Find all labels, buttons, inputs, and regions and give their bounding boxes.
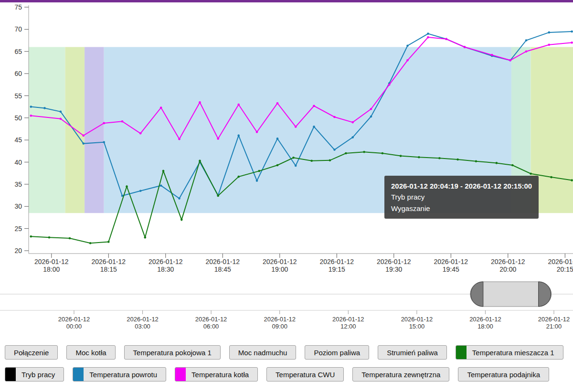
chart-tooltip: 2026-01-12 20:04:19 - 2026-01-12 20:15:0… — [384, 176, 539, 219]
legend-button-tryb-pracy[interactable]: Tryb pracy — [5, 367, 64, 381]
legend-button-moc-nadmuchu[interactable]: Moc nadmuchu — [229, 345, 297, 360]
x-axis-date: 2026-01-12 — [434, 258, 468, 265]
legend-button-temperatura-podajnika[interactable]: Temperatura podajnika — [458, 367, 549, 381]
navigator-date: 2026-01-12 — [401, 316, 433, 323]
series-point-temperatura-mieszacza-1 — [400, 155, 402, 157]
navigator-time: 09:00 — [272, 323, 287, 330]
legend: PołączenieMoc kotłaTemperatura pokojowa … — [0, 345, 573, 381]
series-point-temperatura-mieszacza-1 — [329, 159, 331, 162]
series-point-temperatura-kotła — [445, 38, 447, 41]
legend-button-temperatura-pokojowa-1[interactable]: Temperatura pokojowa 1 — [124, 345, 221, 360]
main-chart[interactable]: 7570656055504540353025202026-01-1218:002… — [0, 2, 573, 275]
series-point-temperatura-kotła — [30, 115, 32, 117]
navigator-handle-right[interactable] — [539, 282, 551, 307]
x-axis-date: 2026-01-12 — [34, 258, 69, 265]
series-point-temperatura-kotła — [509, 59, 511, 62]
y-axis-label: 45 — [14, 136, 22, 144]
x-axis-date: 2026-01-12 — [149, 258, 183, 265]
legend-label: Połączenie — [14, 349, 49, 357]
series-point-temperatura-powrotu — [548, 32, 551, 34]
legend-button-strumień-paliwa[interactable]: Strumień paliwa — [378, 345, 447, 360]
legend-swatch-temperatura-mieszacza-1 — [456, 346, 467, 359]
series-point-temperatura-kotła — [139, 132, 142, 135]
x-axis-date: 2026-01-12 — [91, 258, 126, 265]
series-point-temperatura-mieszacza-1 — [363, 151, 365, 153]
series-point-temperatura-mieszacza-1 — [292, 157, 295, 159]
chart-area[interactable]: 7570656055504540353025202026-01-1218:002… — [0, 2, 573, 275]
legend-button-temperatura-zewnętrzna[interactable]: Temperatura zewnętrzna — [352, 367, 449, 381]
series-point-temperatura-mieszacza-1 — [530, 172, 532, 175]
series-point-temperatura-mieszacza-1 — [69, 237, 71, 240]
series-point-temperatura-mieszacza-1 — [107, 241, 110, 243]
series-point-temperatura-kotła — [199, 101, 201, 104]
series-point-temperatura-powrotu — [406, 44, 409, 47]
x-axis-time: 19:15 — [329, 265, 345, 273]
series-point-temperatura-mieszacza-1 — [30, 235, 32, 238]
legend-label: Tryb pracy — [21, 371, 55, 379]
y-axis-label: 30 — [14, 202, 22, 210]
series-point-temperatura-kotła — [571, 42, 573, 44]
tooltip-time-range: 2026-01-12 20:04:19 - 2026-01-12 20:15:0… — [391, 180, 532, 191]
series-point-temperatura-powrotu — [237, 135, 240, 137]
series-point-temperatura-powrotu — [351, 136, 354, 138]
series-point-temperatura-mieszacza-1 — [237, 176, 240, 178]
series-point-temperatura-powrotu — [427, 32, 429, 35]
series-point-temperatura-kotła — [178, 138, 180, 140]
legend-button-temperatura-cwu[interactable]: Temperatura CWU — [266, 367, 344, 381]
series-point-temperatura-mieszacza-1 — [496, 162, 498, 164]
x-axis-date: 2026-01-12 — [377, 258, 411, 265]
legend-button-poziom-paliwa[interactable]: Poziom paliwa — [305, 345, 369, 360]
navigator-date: 2026-01-12 — [195, 316, 227, 323]
y-axis-label: 25 — [14, 225, 22, 233]
legend-label: Temperatura powrotu — [89, 371, 157, 379]
navigator[interactable]: 2026-01-1200:002026-01-1203:002026-01-12… — [0, 277, 573, 332]
legend-label: Moc nadmuchu — [238, 349, 287, 357]
x-axis-time: 20:00 — [499, 265, 516, 273]
legend-label: Temperatura kotła — [191, 371, 249, 379]
legend-button-moc-kotła[interactable]: Moc kotła — [66, 345, 115, 360]
x-axis-date: 2026-01-12 — [205, 258, 240, 265]
series-point-temperatura-powrotu — [60, 111, 62, 113]
navigator-time: 03:00 — [135, 323, 150, 330]
series-point-temperatura-kotła — [217, 138, 219, 140]
legend-label: Temperatura podajnika — [467, 371, 540, 379]
series-point-temperatura-powrotu — [178, 197, 180, 200]
tooltip-series-name: Tryb pracy — [391, 191, 532, 202]
legend-swatch-temperatura-kotła — [175, 368, 186, 381]
legend-label: Moc kotła — [75, 349, 106, 357]
legend-label: Poziom paliwa — [314, 349, 360, 357]
series-point-temperatura-mieszacza-1 — [217, 195, 219, 197]
series-point-temperatura-kotła — [351, 121, 354, 124]
x-axis-date: 2026-01-12 — [491, 258, 525, 265]
x-axis-time: 18:30 — [157, 265, 174, 273]
navigator-date: 2026-01-12 — [58, 316, 90, 323]
series-point-temperatura-powrotu — [43, 107, 46, 109]
navigator-time: 00:00 — [66, 323, 82, 330]
plot-band-tryb-pracy-0[interactable] — [29, 47, 65, 213]
series-point-temperatura-mieszacza-1 — [162, 170, 165, 172]
series-point-temperatura-kotła — [60, 117, 62, 120]
y-axis-label: 55 — [14, 92, 22, 100]
tooltip-value: Wygaszanie — [391, 203, 532, 214]
series-point-temperatura-kotła — [237, 104, 240, 106]
series-point-temperatura-powrotu — [333, 148, 336, 151]
series-point-temperatura-powrotu — [256, 180, 258, 182]
series-point-temperatura-kotła — [82, 135, 85, 137]
series-point-temperatura-mieszacza-1 — [276, 164, 279, 167]
legend-button-temperatura-powrotu[interactable]: Temperatura powrotu — [73, 367, 166, 381]
plot-band-tryb-pracy-1[interactable] — [65, 47, 85, 213]
x-axis-time: 19:30 — [385, 265, 402, 273]
series-point-temperatura-mieszacza-1 — [180, 219, 183, 221]
series-point-temperatura-mieszacza-1 — [550, 176, 552, 179]
plot-band-tryb-pracy-2[interactable] — [85, 47, 104, 213]
x-axis-time: 19:45 — [443, 265, 459, 273]
legend-button-temperatura-mieszacza-1[interactable]: Temperatura mieszacza 1 — [456, 345, 563, 360]
legend-label: Strumień paliwa — [387, 349, 438, 357]
legend-button-połączenie[interactable]: Połączenie — [5, 345, 58, 360]
legend-row-1: PołączenieMoc kotłaTemperatura pokojowa … — [5, 345, 573, 360]
series-point-temperatura-mieszacza-1 — [438, 157, 441, 159]
legend-button-temperatura-kotła[interactable]: Temperatura kotła — [175, 367, 258, 381]
series-point-temperatura-powrotu — [103, 141, 105, 144]
navigator-handle-left[interactable] — [471, 282, 483, 307]
navigator-date: 2026-01-12 — [264, 316, 296, 323]
